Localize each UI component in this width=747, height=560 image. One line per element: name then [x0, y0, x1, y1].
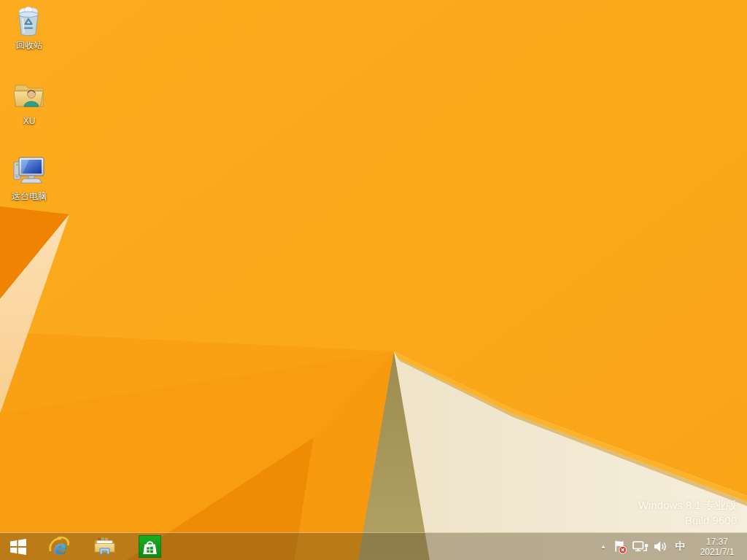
watermark-build: Build 9600: [638, 513, 737, 528]
taskbar-app-file-explorer[interactable]: [82, 533, 127, 560]
desktop-icon-this-pc[interactable]: 这台电脑: [1, 154, 57, 202]
network-icon[interactable]: [630, 533, 651, 560]
wallpaper-image: [0, 0, 747, 560]
os-build-watermark: Windows 8.1 专业版 Build 9600: [638, 497, 737, 528]
desktop-icon-label: 这台电脑: [12, 191, 47, 201]
watermark-edition: Windows 8.1 专业版: [638, 497, 737, 513]
tray-date: 2021/7/1: [700, 547, 735, 557]
computer-icon: [12, 154, 47, 189]
desktop-icon-recycle-bin[interactable]: 回收站: [1, 3, 57, 51]
internet-explorer-icon: e: [48, 536, 70, 558]
taskbar: e: [0, 532, 747, 560]
taskbar-app-internet-explorer[interactable]: e: [36, 533, 82, 560]
svg-text:e: e: [53, 537, 67, 558]
recycle-bin-icon: [12, 3, 47, 38]
windows-start-icon: [9, 538, 27, 556]
hidden-icons-chevron[interactable]: ▲: [596, 533, 611, 560]
desktop-icon-label: XU: [23, 116, 36, 126]
wallpaper-facets: [0, 0, 747, 560]
taskbar-app-windows-store[interactable]: [127, 533, 172, 560]
desktop: 回收站 XU: [0, 0, 747, 560]
ime-indicator[interactable]: 中: [670, 533, 690, 560]
system-tray: ▲: [596, 533, 747, 560]
desktop-icon-label: 回收站: [16, 40, 42, 50]
action-center-flag-icon[interactable]: [611, 533, 630, 560]
desktop-icon-user-folder[interactable]: XU: [1, 79, 57, 127]
start-button[interactable]: [0, 533, 36, 560]
windows-store-icon: [139, 535, 161, 558]
file-explorer-icon: [93, 537, 116, 556]
user-folder-icon: [12, 79, 47, 114]
volume-icon[interactable]: [651, 533, 670, 560]
tray-clock[interactable]: 17:37 2021/7/1: [694, 533, 740, 560]
tray-time: 17:37: [706, 537, 728, 547]
